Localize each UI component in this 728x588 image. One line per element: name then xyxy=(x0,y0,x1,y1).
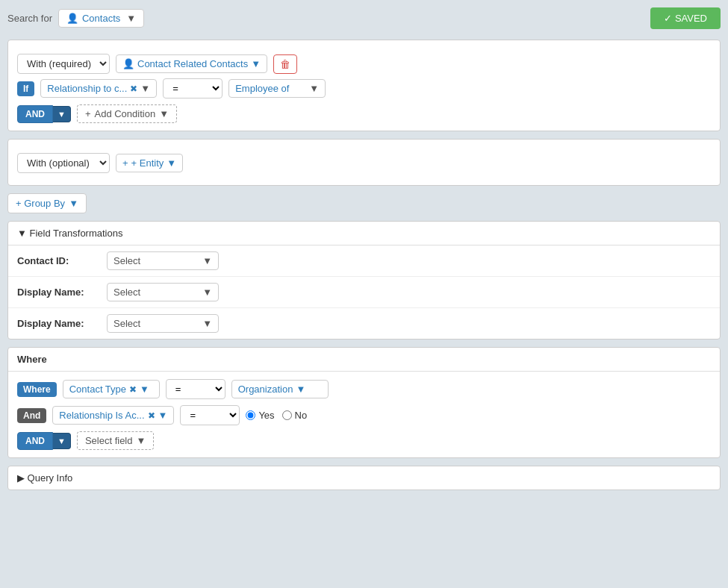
add-condition-plus-icon: + xyxy=(85,108,91,119)
where-condition-1: Where Contact Type ✖ ▼ = != Organization… xyxy=(17,379,711,399)
where-body: Where Contact Type ✖ ▼ = != Organization… xyxy=(8,372,720,457)
add-condition-label: Add Condition xyxy=(94,108,155,119)
and-add-condition-row: AND ▼ + Add Condition ▼ xyxy=(17,104,711,123)
no-radio-label[interactable]: No xyxy=(282,410,308,421)
add-condition-button[interactable]: + Add Condition ▼ xyxy=(77,104,177,123)
field-transformations-panel: ▼ Field Transformations Contact ID: Sele… xyxy=(7,221,721,340)
where-and-dropdown-group: AND ▼ xyxy=(17,432,71,450)
top-bar: Search for 👤 Contacts ▼ ✓ SAVED xyxy=(7,7,721,29)
field-transformations-body: Contact ID: Select ▼ Display Name: Selec… xyxy=(8,245,720,339)
field-transformations-label: ▼ Field Transformations xyxy=(17,228,122,239)
if-badge: If xyxy=(17,81,34,96)
contact-related-arrow-icon: ▼ xyxy=(251,58,261,69)
ft-display-name-2-label: Display Name: xyxy=(17,318,99,329)
ft-display-name-2-select-text: Select xyxy=(113,318,140,329)
group-by-label: + Group By xyxy=(16,198,65,209)
group-by-container: + Group By ▼ xyxy=(7,193,721,213)
saved-label: ✓ SAVED xyxy=(664,13,707,24)
ft-display-name-2-select[interactable]: Select ▼ xyxy=(107,314,219,333)
where-and-arrow-button[interactable]: ▼ xyxy=(53,433,71,449)
yes-label: Yes xyxy=(258,410,274,421)
ft-contact-id-select-text: Select xyxy=(113,255,140,266)
query-info-panel[interactable]: ▶ Query Info xyxy=(7,466,721,490)
yes-radio[interactable] xyxy=(246,410,255,420)
contacts-select[interactable]: 👤 Contacts ▼ xyxy=(58,9,144,28)
relationship-active-label: Relationship Is Ac... xyxy=(59,410,144,421)
field-transformations-header[interactable]: ▼ Field Transformations xyxy=(8,222,720,245)
with-required-row: With (required) With (optional) Without … xyxy=(17,48,711,78)
select-field-arrow-icon: ▼ xyxy=(136,435,146,446)
contacts-icon: 👤 xyxy=(66,13,78,24)
with-required-select[interactable]: With (required) With (optional) Without xyxy=(17,54,110,74)
ft-contact-id-arrow-icon: ▼ xyxy=(202,255,212,266)
relationship-field-dropdown[interactable]: Relationship to c... ✖ ▼ xyxy=(40,79,157,98)
ft-display-name-1-select-text: Select xyxy=(113,287,140,298)
relationship-field-arrow-icon[interactable]: ▼ xyxy=(140,83,150,94)
and-dropdown-group: AND ▼ xyxy=(17,105,71,123)
contacts-arrow-icon: ▼ xyxy=(126,13,136,24)
entity-label: + Entity xyxy=(131,157,164,169)
organization-label: Organization xyxy=(238,384,293,395)
contact-type-arrow-icon[interactable]: ▼ xyxy=(140,384,149,395)
where-header: Where xyxy=(8,348,720,372)
relationship-field-label: Relationship to c... xyxy=(47,83,127,94)
yes-radio-label[interactable]: Yes xyxy=(246,410,274,421)
select-field-button[interactable]: Select field ▼ xyxy=(77,431,154,450)
add-condition-arrow-icon: ▼ xyxy=(159,108,169,119)
contact-related-label: Contact Related Contacts xyxy=(137,58,248,69)
entity-plus-icon: + xyxy=(122,157,128,169)
select-field-label: Select field xyxy=(85,435,133,446)
contact-related-icon: 👤 xyxy=(122,58,134,69)
and-main-button[interactable]: AND xyxy=(17,105,53,123)
ft-row-display-name-1: Display Name: Select ▼ xyxy=(8,277,720,308)
organization-arrow-icon[interactable]: ▼ xyxy=(296,384,305,395)
ft-display-name-1-arrow-icon: ▼ xyxy=(202,287,212,298)
organization-dropdown[interactable]: Organization ▼ xyxy=(231,380,329,398)
contacts-label: Contacts xyxy=(82,13,120,24)
no-radio[interactable] xyxy=(282,410,292,420)
where-equals-select-2[interactable]: = != xyxy=(180,405,240,425)
ft-display-name-2-arrow-icon: ▼ xyxy=(202,318,212,329)
relationship-active-arrow-icon[interactable]: ▼ xyxy=(158,410,168,421)
relationship-active-remove-icon[interactable]: ✖ xyxy=(148,410,155,421)
and-badge: And xyxy=(17,408,46,423)
where-condition-2: And Relationship Is Ac... ✖ ▼ = != Yes N… xyxy=(17,405,711,425)
ft-contact-id-label: Contact ID: xyxy=(17,255,99,266)
where-equals-select-1[interactable]: = != xyxy=(166,379,225,399)
ft-display-name-1-label: Display Name: xyxy=(17,287,99,298)
where-badge: Where xyxy=(17,382,57,397)
with-required-section: With (required) With (optional) Without … xyxy=(7,40,721,131)
employee-of-arrow-icon[interactable]: ▼ xyxy=(309,83,319,94)
where-header-label: Where xyxy=(17,354,47,365)
with-optional-section: With (optional) With (required) Without … xyxy=(7,139,721,186)
contact-type-dropdown[interactable]: Contact Type ✖ ▼ xyxy=(63,380,160,398)
contact-related-button[interactable]: 👤 Contact Related Contacts ▼ xyxy=(116,54,267,73)
group-by-button[interactable]: + Group By ▼ xyxy=(7,193,87,213)
no-label: No xyxy=(295,410,308,421)
and-arrow-button[interactable]: ▼ xyxy=(53,106,71,122)
entity-arrow-icon: ▼ xyxy=(167,157,176,169)
query-info-label: ▶ Query Info xyxy=(17,472,72,484)
saved-button[interactable]: ✓ SAVED xyxy=(650,7,721,29)
search-for-label: Search for xyxy=(7,13,52,24)
ft-row-display-name-2: Display Name: Select ▼ xyxy=(8,308,720,339)
contact-type-label: Contact Type xyxy=(69,384,126,395)
if-condition-row: If Relationship to c... ✖ ▼ = != > < Emp… xyxy=(17,78,711,98)
relationship-field-remove-icon[interactable]: ✖ xyxy=(130,84,137,94)
ft-contact-id-select[interactable]: Select ▼ xyxy=(107,251,219,270)
where-section: Where Where Contact Type ✖ ▼ = != Organi… xyxy=(7,347,721,458)
with-optional-row: With (optional) With (required) Without … xyxy=(17,147,711,178)
employee-of-dropdown[interactable]: Employee of ▼ xyxy=(228,79,326,98)
ft-row-contact-id: Contact ID: Select ▼ xyxy=(8,245,720,277)
if-equals-select[interactable]: = != > < xyxy=(163,78,223,98)
yes-no-radio-group: Yes No xyxy=(246,410,307,421)
group-by-arrow-icon: ▼ xyxy=(69,198,78,209)
employee-of-label: Employee of xyxy=(235,83,289,94)
delete-related-button[interactable]: 🗑 xyxy=(273,54,297,74)
ft-display-name-1-select[interactable]: Select ▼ xyxy=(107,283,219,301)
where-and-main-button[interactable]: AND xyxy=(17,432,53,450)
with-optional-select[interactable]: With (optional) With (required) Without xyxy=(17,153,110,173)
contact-type-remove-icon[interactable]: ✖ xyxy=(129,384,137,395)
relationship-active-dropdown[interactable]: Relationship Is Ac... ✖ ▼ xyxy=(52,406,174,425)
entity-button[interactable]: + + Entity ▼ xyxy=(116,154,183,172)
